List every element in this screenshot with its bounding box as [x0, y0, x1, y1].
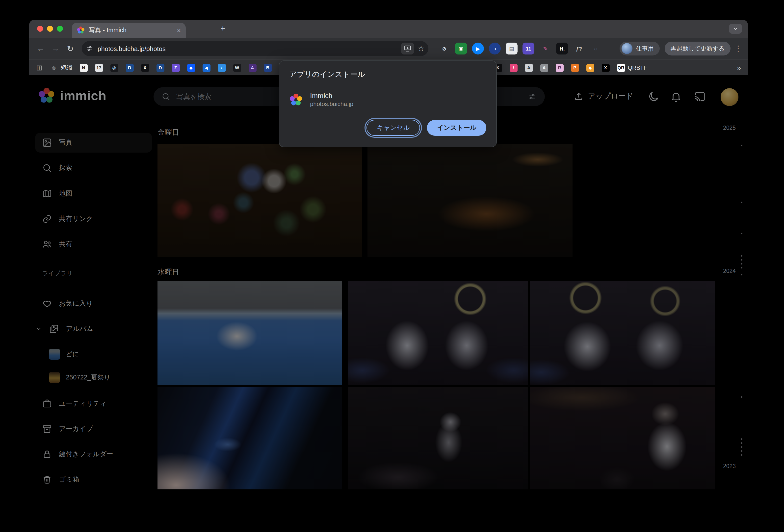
extension-icon[interactable]: ▣	[455, 43, 467, 55]
dialog-app-info: Immich photos.buicha.jp	[310, 91, 353, 108]
extension-glyph: ▶	[476, 46, 480, 52]
immich-favicon	[77, 26, 85, 34]
back-button[interactable]: ←	[33, 41, 48, 56]
bookmark-item[interactable]: B	[264, 64, 272, 72]
bookmark-favicon: N	[80, 64, 87, 72]
extension-glyph: ▤	[509, 46, 514, 52]
browser-menu-kebab-icon[interactable]: ⋮	[734, 44, 742, 53]
install-app-icon	[403, 45, 411, 53]
bookmark-favicon: A	[248, 64, 256, 72]
chevron-down-icon	[732, 26, 738, 32]
install-app-omnibox-button[interactable]	[401, 43, 414, 55]
bookmark-item[interactable]: 17	[95, 64, 103, 72]
browser-window: 写真 - Immich × + ← → ↻ photos.buicha.jp/p…	[29, 20, 748, 491]
extension-glyph: ◌	[594, 46, 597, 52]
bookmark-favicon: ◍	[50, 64, 58, 72]
tab-strip: 写真 - Immich × +	[29, 20, 748, 38]
tab-search-chevron-button[interactable]	[729, 24, 742, 34]
install-app-dialog: アプリのインストール Immich photos.buicha.jp キャンセル	[279, 60, 497, 147]
dialog-app-origin: photos.buicha.jp	[310, 100, 353, 108]
tab-title: 写真 - Immich	[89, 26, 173, 34]
bookmark-item[interactable]: Z	[172, 64, 179, 72]
bookmark-item[interactable]: ◍ 短縮	[50, 64, 72, 72]
bookmarks-overflow-icon[interactable]: »	[737, 64, 741, 72]
tab-photos-immich[interactable]: 写真 - Immich ×	[72, 23, 186, 38]
relaunch-to-update-button[interactable]: 再起動して更新する	[665, 41, 730, 55]
bookmark-item[interactable]: ◆	[586, 64, 594, 72]
bookmark-item[interactable]: ◎	[110, 64, 118, 72]
extension-glyph: ▣	[458, 46, 464, 52]
extension-icon[interactable]: ▤	[506, 43, 517, 55]
bookmark-item[interactable]: W	[233, 64, 241, 72]
window-control-light[interactable]	[57, 26, 63, 32]
extension-glyph: 11	[526, 46, 531, 52]
reload-button[interactable]: ↻	[63, 41, 78, 56]
bookmark-favicon: P	[571, 64, 579, 72]
extension-glyph: ◑	[493, 46, 497, 52]
immich-flower-icon	[289, 93, 303, 106]
cancel-button[interactable]: キャンセル	[366, 120, 420, 136]
forward-button[interactable]: →	[48, 41, 63, 56]
bookmark-item[interactable]: ◆	[187, 64, 195, 72]
bookmark-item[interactable]: R	[555, 64, 563, 72]
bookmark-favicon: /	[509, 64, 517, 72]
bookmark-favicon: ◎	[110, 64, 118, 72]
extension-icon[interactable]: H.	[556, 43, 568, 55]
bookmark-favicon: D	[125, 64, 134, 72]
bookmark-item[interactable]: X	[141, 64, 149, 72]
bookmark-item[interactable]: D	[125, 64, 134, 72]
bookmark-item[interactable]: ◖	[218, 64, 226, 72]
extension-icon[interactable]: ◌	[590, 43, 602, 55]
tune-icon[interactable]	[86, 45, 93, 53]
profile-avatar	[621, 43, 633, 54]
apps-grid-icon[interactable]: ⊞	[36, 63, 43, 72]
bookmark-label: QRBTF	[628, 65, 647, 71]
install-button[interactable]: インストール	[427, 120, 486, 136]
bookmark-item[interactable]: A	[540, 64, 548, 72]
dialog-buttons: キャンセル インストール	[289, 120, 486, 138]
bookmark-item[interactable]: X	[601, 64, 609, 72]
bookmark-item[interactable]: P	[571, 64, 579, 72]
bookmark-favicon: B	[264, 64, 272, 72]
extension-icon[interactable]: ◑	[489, 43, 501, 55]
bookmark-favicon: X	[601, 64, 609, 72]
extension-icons: ⊘ ▣ ▶ ◑ ▤ 11 ✎ H. ƒ? ◌	[438, 43, 602, 55]
bookmark-item[interactable]: A	[248, 64, 256, 72]
bookmark-item[interactable]: D	[156, 64, 164, 72]
extension-icon[interactable]: ⊘	[438, 43, 450, 55]
window-controls	[37, 26, 63, 32]
bookmark-favicon: A	[525, 64, 533, 72]
bookmark-favicon: X	[141, 64, 149, 72]
extension-icon[interactable]: ƒ?	[573, 43, 585, 55]
bookmark-item[interactable]: QR QRBTF	[617, 64, 647, 72]
dialog-app-row: Immich photos.buicha.jp	[289, 91, 486, 108]
window-control-light[interactable]	[37, 26, 43, 32]
bookmark-favicon: 17	[95, 64, 103, 72]
extension-glyph: ✎	[543, 46, 548, 52]
extension-glyph: ⊘	[442, 46, 446, 52]
bookmark-item[interactable]: N	[80, 64, 87, 72]
address-bar[interactable]: photos.buicha.jp/photos ☆	[82, 41, 428, 56]
bookmark-favicon: R	[555, 64, 563, 72]
bookmark-item[interactable]: A	[525, 64, 533, 72]
bookmark-item[interactable]: /	[509, 64, 517, 72]
new-tab-button[interactable]: +	[220, 24, 225, 34]
bookmark-favicon: ◆	[187, 64, 195, 72]
extension-icon[interactable]: ▶	[472, 43, 484, 55]
extension-icon[interactable]: 11	[523, 43, 534, 55]
window-control-light[interactable]	[47, 26, 53, 32]
extension-icon[interactable]: ✎	[539, 43, 551, 55]
bookmark-favicon: ◖	[218, 64, 226, 72]
browser-toolbar: ← → ↻ photos.buicha.jp/photos ☆	[29, 38, 748, 59]
bookmark-star-icon[interactable]: ☆	[418, 44, 424, 53]
bookmark-item[interactable]: ◀	[202, 64, 210, 72]
browser-profile-chip[interactable]: 仕事用	[620, 41, 660, 55]
bookmark-favicon: ◀	[202, 64, 210, 72]
url-text[interactable]: photos.buicha.jp/photos	[97, 45, 397, 52]
bookmark-favicon: ◆	[586, 64, 594, 72]
extension-glyph: H.	[560, 46, 565, 52]
tab-close-icon[interactable]: ×	[177, 27, 181, 33]
screen: 写真 - Immich × + ← → ↻ photos.buicha.jp/p…	[0, 0, 784, 532]
bookmark-favicon: A	[540, 64, 548, 72]
profile-label: 仕事用	[636, 44, 654, 53]
